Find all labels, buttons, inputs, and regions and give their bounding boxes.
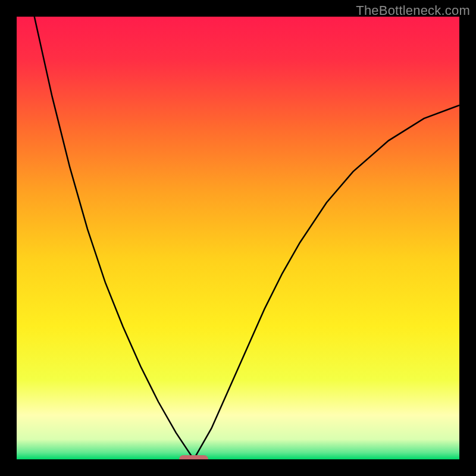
watermark-text: TheBottleneck.com [356,3,470,18]
bottleneck-curve [17,17,459,459]
chart-frame: TheBottleneck.com [0,0,476,476]
plot-area [17,17,459,459]
optimal-marker [179,455,208,459]
